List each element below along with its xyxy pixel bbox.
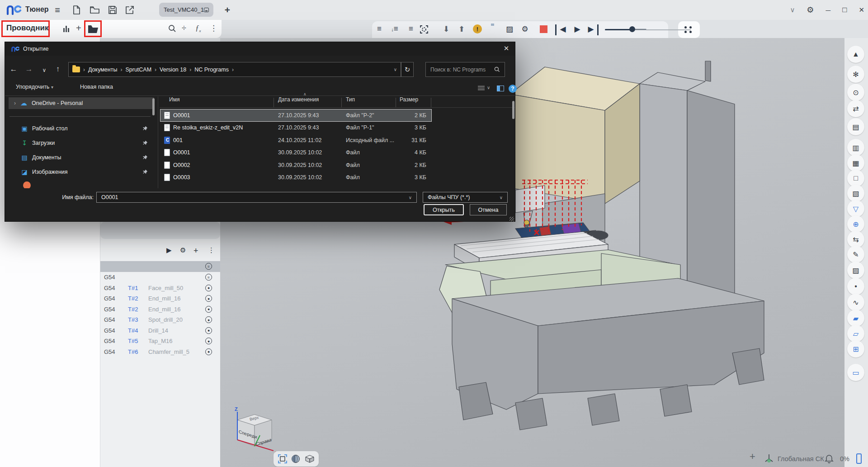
nav-back-icon[interactable]: ←: [8, 65, 19, 74]
open-button[interactable]: Открыть: [424, 204, 464, 215]
dropdown-caret-icon[interactable]: ∨: [790, 6, 795, 14]
layout-grid-icon[interactable]: [684, 26, 693, 33]
monitor-view-button[interactable]: ▭: [847, 364, 864, 381]
sidebar-item-onedrive[interactable]: › ☁ OneDrive - Personal: [9, 97, 154, 109]
document-tab[interactable]: Test_VMC40_1: [159, 3, 213, 17]
move-down-icon[interactable]: ⬇: [439, 24, 453, 35]
collapse-up-button[interactable]: ▲: [847, 46, 864, 63]
speed-slider-handle[interactable]: [629, 26, 635, 32]
edit-document-button[interactable]: ✎: [847, 246, 864, 263]
cancel-button[interactable]: Отмена: [470, 204, 507, 215]
sidebar-item-documents[interactable]: ▤ Документы: [9, 152, 154, 163]
sidebar-item-music-partial[interactable]: [23, 181, 31, 188]
address-bar[interactable]: › Документы›SprutCAM›Version 18›NC Progr…: [68, 62, 401, 77]
column-header-type[interactable]: Тип: [346, 96, 355, 103]
open-folder-icon[interactable]: [90, 5, 100, 14]
columns-icon[interactable]: [63, 26, 69, 32]
spring-button[interactable]: ∿: [847, 294, 864, 311]
tool-row[interactable]: G54 T#5 Tap_M16 ●: [100, 336, 220, 347]
report-button[interactable]: ▤: [847, 118, 864, 135]
point-button[interactable]: •: [847, 278, 864, 295]
settings-gear-icon[interactable]: ⚙: [180, 246, 186, 254]
sidebar-item-desktop[interactable]: ▣ Рабочий стол: [9, 123, 154, 134]
new-folder-button[interactable]: Новая папка: [80, 84, 113, 90]
sidebar-item-downloads[interactable]: ↧ Загрузки: [9, 137, 154, 149]
breadcrumb-segment[interactable]: Документы›: [88, 67, 122, 73]
grid-view-button[interactable]: ⊞: [847, 340, 864, 357]
search-icon[interactable]: [168, 24, 176, 33]
new-document-icon[interactable]: [71, 5, 81, 15]
change-view-caret-icon[interactable]: ∨: [487, 85, 490, 90]
file-row-o0001-p2[interactable]: O0001 27.10.2025 9:43 Файл "P-2" 2 КБ: [160, 109, 432, 122]
tool-radio-icon[interactable]: ●: [205, 285, 212, 291]
filename-caret-icon[interactable]: ∨: [409, 195, 412, 200]
maximize-button[interactable]: □: [842, 5, 847, 14]
move-up-icon[interactable]: ⬆: [455, 24, 468, 35]
toolpath-hatch-icon[interactable]: ▨: [503, 24, 516, 35]
fit-view-icon[interactable]: [278, 454, 287, 463]
settings-gear-icon[interactable]: ⚙: [807, 5, 814, 15]
print-button[interactable]: ▥: [847, 139, 864, 156]
probe-button[interactable]: ⊕: [847, 215, 864, 233]
panel-button[interactable]: ▰: [847, 310, 864, 327]
coordinate-system-icon[interactable]: [764, 453, 774, 463]
search-box[interactable]: Поиск в: NC Programs: [425, 62, 505, 77]
divide-icon[interactable]: ÷: [182, 24, 186, 33]
add-panel-button[interactable]: +: [76, 23, 81, 33]
nc-lines-icon[interactable]: ≡: [404, 24, 418, 35]
tool-row[interactable]: G54 T#3 Spot_drill_20 ●: [100, 315, 220, 325]
row-menu-icon[interactable]: ≡: [205, 263, 212, 270]
cleanup-button[interactable]: ✻: [847, 66, 864, 83]
add-cs-button[interactable]: +: [750, 451, 755, 462]
breadcrumb-segment[interactable]: NC Programs›: [194, 67, 234, 73]
swap-views-button[interactable]: ⇄: [847, 100, 864, 117]
file-row-001[interactable]: 001 24.10.2025 11:02 Исходный файл ... 3…: [160, 134, 432, 147]
organize-menu[interactable]: Упорядочить ▾: [16, 84, 53, 90]
selection-frame-icon[interactable]: [420, 25, 429, 34]
resize-grip[interactable]: [509, 217, 514, 221]
simulation-settings-gear-icon[interactable]: ⚙: [518, 24, 532, 35]
save-icon[interactable]: [108, 5, 118, 15]
column-header-name[interactable]: Имя: [169, 96, 179, 103]
tool-row[interactable]: G54 T#2 End_mill_16 ●: [100, 304, 220, 315]
more-options-icon[interactable]: ⋮: [210, 24, 217, 33]
file-row-o0003[interactable]: O0003 30.09.2025 10:02 Файл 3 КБ: [160, 172, 432, 184]
inspect-button[interactable]: ⊙: [847, 84, 864, 101]
dialog-close-icon[interactable]: ✕: [500, 44, 512, 52]
tool-radio-icon[interactable]: ●: [205, 348, 212, 355]
stop-button[interactable]: [540, 25, 547, 33]
file-row-re-stoika[interactable]: Re stoika_eskiz-z_edit_v2N 27.10.2025 9:…: [160, 122, 432, 134]
tool-row[interactable]: G54 T#6 Chamfer_mill_5 ●: [100, 347, 220, 357]
filter-button[interactable]: ▽: [847, 200, 864, 217]
nav-history-caret-icon[interactable]: ∨: [38, 67, 50, 73]
column-header-size[interactable]: Размер: [400, 96, 418, 103]
file-row-o0002[interactable]: O0002 30.09.2025 10:02 Файл 2 КБ: [160, 159, 432, 172]
dialog-title-bar[interactable]: Открытие: [5, 42, 515, 56]
minimize-button[interactable]: ─: [826, 6, 831, 14]
skip-to-start-button[interactable]: ◀: [555, 24, 569, 35]
breadcrumb-segment[interactable]: SprutCAM›: [125, 67, 156, 73]
more-menu-icon[interactable]: ⋮: [208, 246, 215, 254]
breadcrumb-segment[interactable]: Version 18›: [160, 67, 191, 73]
tool-row[interactable]: G54 ≡: [100, 272, 220, 283]
help-icon[interactable]: ?: [509, 85, 517, 93]
nav-forward-icon[interactable]: →: [23, 65, 35, 74]
shading-sphere-icon[interactable]: [291, 454, 300, 463]
tool-row[interactable]: G54 T#2 End_mill_16 ●: [100, 293, 220, 304]
print-alt-button[interactable]: ▦: [847, 154, 864, 172]
device-button[interactable]: ▧: [847, 185, 864, 202]
tool-radio-icon[interactable]: ●: [205, 295, 212, 302]
tool-radio-icon[interactable]: ●: [205, 338, 212, 344]
tool-radio-icon[interactable]: ●: [205, 306, 212, 313]
change-view-icon[interactable]: [478, 86, 485, 91]
nav-up-icon[interactable]: ↑: [52, 65, 64, 74]
tool-row[interactable]: G54 T#4 Drill_14 ●: [100, 325, 220, 336]
new-tab-button[interactable]: +: [220, 5, 235, 15]
export-edit-icon[interactable]: [125, 5, 135, 15]
active-cs-label[interactable]: Глобальная СК: [778, 455, 824, 462]
filetype-select[interactable]: Файлы ЧПУ (*.*) ∨: [423, 192, 508, 203]
view-cube[interactable]: Z X Спереди Справа Верх: [228, 406, 280, 457]
file-row-o0001[interactable]: O0001 30.09.2025 10:02 Файл 4 КБ: [160, 147, 432, 159]
sidebar-scrollbar-thumb[interactable]: [152, 98, 155, 115]
tool-row-selected-header[interactable]: ≡: [100, 261, 220, 272]
